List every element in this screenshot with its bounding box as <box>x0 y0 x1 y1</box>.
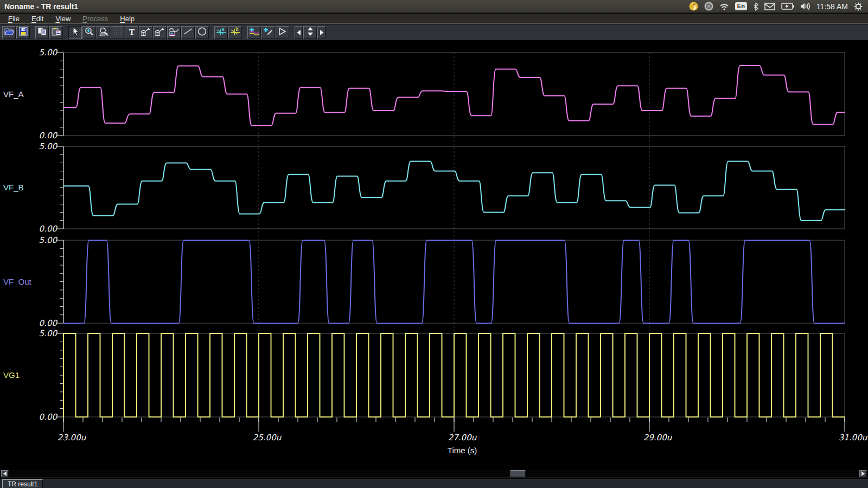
save-button[interactable] <box>16 26 30 39</box>
nav-spin-button[interactable] <box>303 26 317 39</box>
spin-updown-icon <box>307 27 314 38</box>
power-gear-icon[interactable] <box>854 2 863 11</box>
scroll-right-button[interactable] <box>859 470 867 477</box>
plus-waves-icon <box>249 27 259 38</box>
curve-pointer-q-button[interactable]: ? <box>153 26 167 39</box>
copy-icon <box>37 27 47 38</box>
curve-arrow-t-icon: T <box>141 27 151 38</box>
toolbar-separator <box>242 26 247 39</box>
menu-edit[interactable]: Edit <box>27 14 48 23</box>
snap-grid-button[interactable] <box>111 26 124 39</box>
play-icon <box>278 27 286 38</box>
bluetooth-icon[interactable] <box>753 2 758 11</box>
plus-probe-icon <box>263 27 273 38</box>
folder-open-icon <box>4 27 15 38</box>
scrollbar-thumb[interactable] <box>510 470 526 477</box>
system-tray: En11:58 AM <box>689 2 868 11</box>
menu-help[interactable]: Help <box>115 14 139 23</box>
scroll-right-arrow-icon <box>861 471 865 476</box>
nav-right-button[interactable] <box>317 26 326 39</box>
svg-text:b: b <box>236 27 239 32</box>
result-tab-bar: TR result1 <box>0 479 868 488</box>
tray-clock[interactable]: 11:58 AM <box>816 2 848 11</box>
zoom-in-icon <box>85 27 94 38</box>
wave-legend-icon <box>169 27 179 38</box>
cursor-icon <box>72 27 79 38</box>
menu-file[interactable]: File <box>3 14 24 23</box>
cursor-a-button[interactable]: a <box>214 26 228 39</box>
svg-text:a: a <box>222 27 225 32</box>
paste-button[interactable] <box>49 26 63 39</box>
waveform-vf_b <box>63 161 845 220</box>
wifi-icon[interactable] <box>719 3 729 10</box>
plot-frame-vf_b <box>56 146 845 229</box>
speaker-icon[interactable] <box>800 2 810 10</box>
arrow-right-icon <box>320 28 324 37</box>
svg-text:T: T <box>129 27 135 36</box>
x-axis-ticks <box>63 418 845 432</box>
zoom-100-button[interactable]: 100% <box>97 26 110 39</box>
run-button[interactable] <box>276 26 289 39</box>
plot-frame-vf_out <box>56 240 845 323</box>
curve-arrow-q-icon: ? <box>155 27 165 38</box>
copy-button[interactable] <box>35 26 49 39</box>
svg-text:T: T <box>143 31 145 35</box>
grid-dots-icon <box>113 28 122 37</box>
svg-text:100%: 100% <box>99 32 108 36</box>
wave-legend-button[interactable] <box>167 26 181 39</box>
draw-ellipse-button[interactable] <box>195 26 209 39</box>
plot-frame-vf_a <box>56 53 845 136</box>
toolbar-separator <box>209 26 214 39</box>
volume-circle-icon[interactable] <box>704 2 713 11</box>
floppy-icon <box>19 27 28 38</box>
ellipse-icon <box>197 27 207 38</box>
crosshair-b-icon: b <box>230 27 240 38</box>
draw-line-button[interactable] <box>181 26 195 39</box>
scroll-left-arrow-icon <box>3 471 7 476</box>
title-bar: Noname - TR result1 En11:58 AM <box>0 0 868 13</box>
arrow-left-icon <box>297 28 301 37</box>
toolbar-separator <box>290 26 295 39</box>
mail-icon[interactable] <box>764 3 775 10</box>
waveform-plot-area: VF_A5.000.00VF_B5.000.00VF_Out5.000.00VG… <box>0 41 868 470</box>
plot-frame-vg1 <box>56 333 845 417</box>
horizontal-scrollbar[interactable] <box>0 470 868 478</box>
waveform-canvas[interactable] <box>0 43 868 470</box>
toolbar-separator <box>63 26 68 39</box>
add-curves-button[interactable] <box>247 26 261 39</box>
cursor-b-button[interactable]: b <box>228 26 242 39</box>
zoom-100-icon: 100% <box>99 27 108 38</box>
menu-process: Process <box>78 14 113 23</box>
svg-text:?: ? <box>157 31 159 35</box>
probe-button[interactable] <box>261 26 275 39</box>
text-T-icon: T <box>128 27 136 38</box>
waveform-vg1 <box>63 333 845 417</box>
curve-pointer-t-button[interactable]: T <box>139 26 152 39</box>
toolbar-separator <box>30 26 35 39</box>
toolbar: 100%TT?ab <box>0 24 868 41</box>
add-text-button[interactable]: T <box>125 26 138 39</box>
open-button[interactable] <box>2 26 16 39</box>
bird-icon[interactable] <box>689 2 698 11</box>
window-title: Noname - TR result1 <box>4 2 78 11</box>
line-icon <box>183 28 193 37</box>
tab-tr-result1[interactable]: TR result1 <box>2 479 43 488</box>
battery-icon[interactable] <box>781 3 794 10</box>
paste-icon <box>52 27 61 38</box>
select-cursor-button[interactable] <box>68 26 82 39</box>
keyboard-en-badge[interactable]: En <box>735 2 747 10</box>
menu-view[interactable]: View <box>50 14 75 23</box>
zoom-in-button[interactable] <box>82 26 96 39</box>
scroll-left-button[interactable] <box>1 470 9 477</box>
crosshair-a-icon: a <box>216 27 226 38</box>
menu-bar: FileEditViewProcessHelp <box>0 14 868 24</box>
nav-left-button[interactable] <box>295 26 303 39</box>
